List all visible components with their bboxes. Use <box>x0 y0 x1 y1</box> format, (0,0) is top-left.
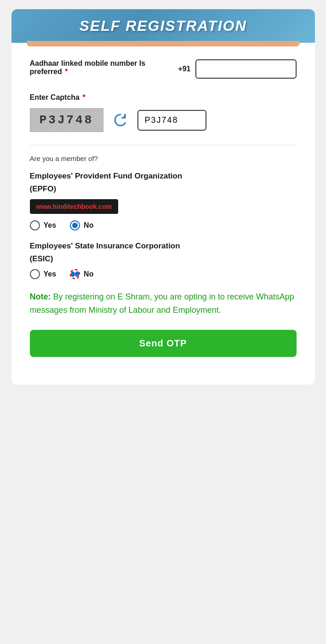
divider <box>30 145 297 145</box>
mobile-row: +91 <box>178 59 296 79</box>
captcha-label: Enter Captcha * <box>30 93 297 102</box>
esic-yes-option[interactable]: Yes <box>30 269 57 279</box>
mobile-label: Aadhaar linked mobile number Is preferre… <box>30 59 171 76</box>
captcha-input[interactable] <box>137 110 206 131</box>
esic-title-line2: (ESIC) <box>30 254 297 264</box>
epfo-radio-row: Yes No <box>30 220 297 230</box>
refresh-captcha-button[interactable] <box>111 110 130 130</box>
country-code: +91 <box>178 65 190 73</box>
mobile-field-group: Aadhaar linked mobile number Is preferre… <box>30 57 297 80</box>
esic-radio-row: Yes No <box>30 269 297 279</box>
required-star: * <box>65 68 68 75</box>
epfo-title-line2: (EPFO) <box>30 184 297 194</box>
captcha-row: P3J748 <box>30 108 297 132</box>
send-otp-button[interactable]: Send OTP <box>30 330 297 357</box>
watermark-bar: www.hinditechbook.com <box>30 199 118 214</box>
captcha-required-star: * <box>82 93 85 101</box>
epfo-no-option[interactable]: No <box>70 220 93 230</box>
captcha-section: Enter Captcha * P3J748 <box>30 93 297 132</box>
captcha-image: P3J748 <box>30 108 103 132</box>
mobile-input[interactable] <box>195 59 297 79</box>
form-body: Aadhaar linked mobile number Is preferre… <box>11 43 315 371</box>
header-banner: SELF REGISTRATION <box>11 9 315 43</box>
esic-no-option[interactable]: No <box>70 269 93 279</box>
epfo-title-line1: Employees' Provident Fund Organization <box>30 172 297 181</box>
esic-no-label: No <box>84 270 93 278</box>
esic-section: Employees' State Insurance Corporation (… <box>30 242 297 279</box>
page-title: SELF REGISTRATION <box>79 17 246 34</box>
note-text: Note: By registering on E Shram, you are… <box>30 292 294 315</box>
esic-yes-radio[interactable] <box>30 269 40 279</box>
note-body: By registering on E Shram, you are optin… <box>30 292 294 315</box>
epfo-yes-radio[interactable] <box>30 220 40 230</box>
epfo-yes-label: Yes <box>44 221 57 230</box>
note-bold: Note: <box>30 292 51 301</box>
note-section: Note: By registering on E Shram, you are… <box>30 290 297 317</box>
esic-no-radio[interactable] <box>70 269 80 279</box>
esic-yes-label: Yes <box>44 270 57 278</box>
epfo-no-radio[interactable] <box>70 220 80 230</box>
esic-title-line1: Employees' State Insurance Corporation <box>30 242 297 251</box>
epfo-no-label: No <box>84 221 93 230</box>
member-question: Are you a member of? <box>30 155 297 162</box>
page-container: SELF REGISTRATION Aadhaar linked mobile … <box>11 9 315 385</box>
epfo-section: Employees' Provident Fund Organization (… <box>30 172 297 230</box>
epfo-yes-option[interactable]: Yes <box>30 220 57 230</box>
